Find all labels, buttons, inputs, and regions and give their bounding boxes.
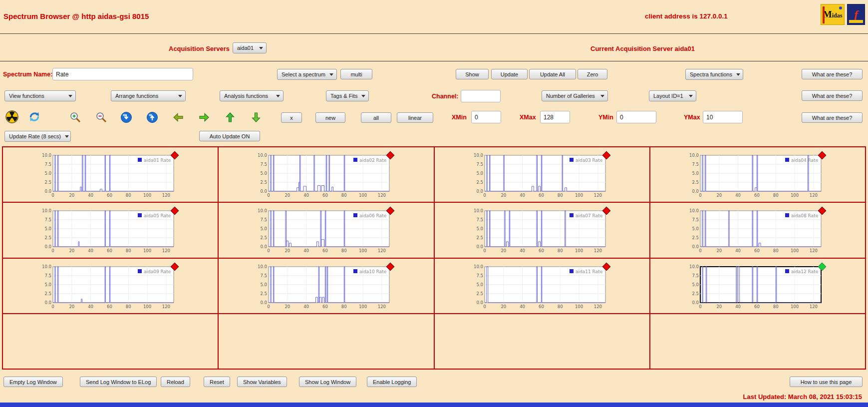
acquisition-server-value: aida01 [237, 45, 254, 51]
arrow-left-icon[interactable] [172, 111, 185, 124]
sphere-down-icon[interactable] [120, 111, 133, 124]
ymax-label: YMax [684, 114, 700, 121]
svg-text:40: 40 [735, 304, 741, 309]
chart-aida11[interactable]: 0.02.55.07.510.0020406080100120aida11 Ra… [468, 263, 617, 314]
svg-text:100: 100 [575, 304, 582, 309]
chart-aida02[interactable]: 0.02.55.07.510.0020406080100120aida02 Ra… [252, 151, 401, 202]
layout-id-dropdown[interactable]: Layout ID=1 [649, 90, 696, 101]
svg-text:7.5: 7.5 [476, 217, 483, 222]
layout-id-value: Layout ID=1 [653, 93, 683, 99]
channel-input[interactable] [461, 90, 501, 102]
xmin-input[interactable] [471, 111, 501, 123]
update-rate-dropdown[interactable]: Update Rate (8 secs) [4, 131, 71, 142]
chart-aida08[interactable]: 0.02.55.07.510.0020406080100120aida08 Ra… [683, 207, 833, 258]
svg-text:20: 20 [716, 248, 722, 253]
chart-aida06[interactable]: 0.02.55.07.510.0020406080100120aida06 Ra… [252, 207, 401, 258]
refresh-icon[interactable] [28, 110, 41, 123]
chart-aida01[interactable]: 0.02.55.07.510.0020406080100120aida01 Ra… [36, 151, 186, 202]
ymin-label: YMin [598, 114, 613, 121]
show-log-window-button[interactable]: Show Log Window [299, 377, 356, 387]
svg-text:0.0: 0.0 [692, 244, 699, 249]
reset-button[interactable]: Reset [204, 377, 230, 387]
chart-aida09[interactable]: 0.02.55.07.510.0020406080100120aida09 Ra… [36, 263, 186, 314]
ymax-input[interactable] [703, 111, 743, 123]
zoom-in-icon[interactable] [69, 111, 82, 124]
select-spectrum-dropdown[interactable]: Select a spectrum [277, 69, 337, 80]
svg-text:80: 80 [126, 304, 131, 309]
analysis-functions-value: Analysis functions [224, 93, 268, 99]
zoom-out-icon[interactable] [95, 111, 108, 124]
current-server-text: Current Acquisition Server aida01 [590, 45, 695, 52]
arrange-functions-dropdown[interactable]: Arrange functions [111, 90, 186, 101]
svg-text:100: 100 [791, 193, 799, 198]
svg-text:80: 80 [557, 193, 563, 198]
all-button[interactable]: all [361, 112, 391, 123]
svg-text:aida09 Rate: aida09 Rate [144, 269, 171, 274]
chart-aida07[interactable]: 0.02.55.07.510.0020406080100120aida07 Ra… [468, 207, 617, 258]
svg-text:0.0: 0.0 [476, 300, 483, 305]
svg-text:7.5: 7.5 [692, 273, 699, 278]
update-button[interactable]: Update [491, 69, 528, 79]
svg-text:60: 60 [754, 304, 760, 309]
svg-text:60: 60 [539, 248, 544, 253]
chevron-down-icon [259, 47, 263, 49]
xmax-input[interactable] [540, 111, 570, 123]
gallery-cell: 0.02.55.07.510.0020406080100120aida08 Ra… [650, 202, 866, 258]
auto-update-button[interactable]: Auto Update ON [199, 131, 260, 141]
tags-fits-dropdown[interactable]: Tags & Fits [326, 90, 369, 101]
number-of-galleries-dropdown[interactable]: Number of Galleries [542, 90, 608, 101]
svg-text:20: 20 [69, 248, 74, 253]
enable-logging-button[interactable]: Enable Logging [367, 377, 417, 387]
empty-log-window-button[interactable]: Empty Log Window [3, 377, 63, 387]
ymin-input[interactable] [616, 111, 656, 123]
svg-text:120: 120 [593, 193, 601, 198]
linear-button[interactable]: linear [397, 112, 433, 123]
chart-aida12[interactable]: 0.02.55.07.510.0020406080100120aida12 Ra… [683, 263, 833, 314]
update-all-button[interactable]: Update All [529, 69, 576, 79]
what-are-these-button-2[interactable]: What are these? [802, 90, 863, 101]
new-button[interactable]: new [315, 112, 345, 123]
what-are-these-button-1[interactable]: What are these? [802, 69, 863, 79]
chart-aida04[interactable]: 0.02.55.07.510.0020406080100120aida04 Ra… [683, 151, 833, 202]
svg-text:5.0: 5.0 [476, 282, 483, 287]
arrow-up-icon[interactable] [224, 111, 237, 124]
svg-text:7.5: 7.5 [692, 162, 699, 167]
spectra-functions-dropdown[interactable]: Spectra functions [685, 69, 743, 80]
reload-button[interactable]: Reload [161, 377, 190, 387]
zero-button[interactable]: Zero [578, 69, 607, 79]
multi-button[interactable]: multi [340, 69, 372, 79]
show-variables-button[interactable]: Show Variables [237, 377, 287, 387]
chart-aida03[interactable]: 0.02.55.07.510.0020406080100120aida03 Ra… [468, 151, 617, 202]
svg-text:60: 60 [322, 248, 328, 253]
facility-logo-glyph: f [854, 8, 858, 21]
svg-text:60: 60 [107, 193, 112, 198]
svg-text:0.0: 0.0 [261, 300, 268, 305]
chart-aida05[interactable]: 0.02.55.07.510.0020406080100120aida05 Ra… [36, 207, 186, 258]
svg-text:60: 60 [322, 193, 328, 198]
analysis-functions-dropdown[interactable]: Analysis functions [220, 90, 284, 101]
what-are-these-button-3[interactable]: What are these? [802, 112, 863, 123]
svg-text:2.5: 2.5 [44, 235, 51, 240]
svg-text:10.0: 10.0 [258, 208, 267, 213]
view-functions-dropdown[interactable]: View functions [4, 90, 76, 101]
svg-text:100: 100 [143, 248, 151, 253]
svg-text:0: 0 [483, 193, 486, 198]
how-to-use-button[interactable]: How to use this page [790, 377, 863, 387]
radiation-icon[interactable] [5, 110, 18, 123]
svg-text:20: 20 [285, 193, 290, 198]
sphere-up-icon[interactable] [146, 111, 159, 124]
spectrum-name-input[interactable] [52, 68, 193, 80]
acquisition-server-select[interactable]: aida01 [233, 42, 267, 53]
svg-text:0: 0 [483, 248, 486, 253]
arrow-right-icon[interactable] [198, 111, 211, 124]
chart-aida10[interactable]: 0.02.55.07.510.0020406080100120aida10 Ra… [252, 263, 401, 314]
svg-text:120: 120 [593, 248, 601, 253]
svg-text:5.0: 5.0 [692, 226, 699, 231]
arrow-down-icon[interactable] [250, 111, 263, 124]
send-log-to-elog-button[interactable]: Send Log Window to ELog [80, 377, 157, 387]
gallery-cell: 0.02.55.07.510.0020406080100120aida05 Ra… [2, 202, 218, 258]
svg-text:5.0: 5.0 [44, 171, 51, 176]
show-button[interactable]: Show [456, 69, 489, 79]
gallery-cell: 0.02.55.07.510.0020406080100120aida09 Ra… [2, 258, 218, 314]
x-button[interactable]: x [281, 112, 302, 123]
